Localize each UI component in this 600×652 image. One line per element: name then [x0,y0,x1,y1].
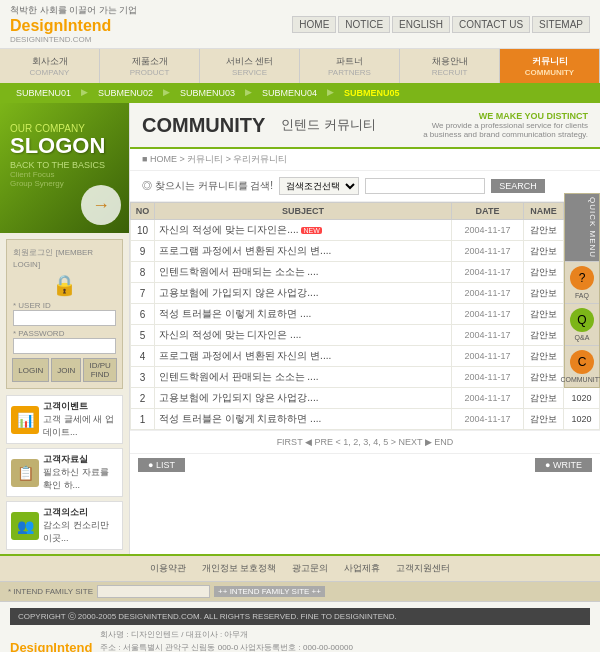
cell-date: 2004-11-17 [452,283,524,304]
table-buttons: ● LIST ● WRITE [130,453,600,476]
table-row[interactable]: 2 고용보험에 가입되지 않은 사업강.... 2004-11-17 감안보 1… [131,388,600,409]
cell-subject[interactable]: 고용보험에 가입되지 않은 사업강.... [155,388,452,409]
password-input[interactable] [13,338,116,354]
search-button[interactable]: SEARCH [491,179,545,193]
cell-subject[interactable]: 고용보험에 가입되지 않은 사업강.... [155,283,452,304]
sub-nav-2[interactable]: SUBMENU02 [90,87,161,99]
quick-qa[interactable]: Q Q&A [565,303,599,345]
col-name: NAME [524,203,564,220]
password-label: * PASSWORD [13,329,116,338]
search-select[interactable]: 검색조건선택 [279,177,359,195]
sidemenu-archive[interactable]: 📋 고객자료실 필요하신 자료를 확인 하... [6,448,123,497]
archive-icon: 📋 [11,459,39,487]
col-date: DATE [452,203,524,220]
sub-nav-4[interactable]: SUBMENU04 [254,87,325,99]
footer-link-privacy[interactable]: 개인정보 보호정책 [202,562,277,575]
table-row[interactable]: 1 적성 트러블은 이렇게 치료하하면 .... 2004-11-17 감안보 … [131,409,600,430]
table-row[interactable]: 7 고용보험에 가입되지 않은 사업강.... 2004-11-17 감안보 1… [131,283,600,304]
find-button[interactable]: ID/PU FIND [83,358,116,382]
cell-date: 2004-11-17 [452,304,524,325]
family-input[interactable] [97,585,210,598]
family-label: * INTEND FAMILY SITE [8,587,93,596]
quick-menu-title: QUICK MENU [565,194,599,261]
top-nav: HOME NOTICE ENGLISH CONTACT US SITEMAP [292,16,590,33]
cell-date: 2004-11-17 [452,241,524,262]
cell-name: 감안보 [524,262,564,283]
login-title: 회원로그인 [MEMBER LOGIN] [13,246,116,269]
nav-partners[interactable]: 파트너 PARTNERS [300,49,400,83]
table-row[interactable]: 3 인텐드학원에서 판매되는 소소는 .... 2004-11-17 감안보 1… [131,367,600,388]
page-desc: WE MAKE YOU DISTINCT We provide a profes… [423,111,588,139]
cell-date: 2004-11-17 [452,262,524,283]
sidemenu-voice[interactable]: 👥 고객의소리 감소의 컨소리만 이곳... [6,501,123,550]
nav-recruit[interactable]: 채용안내 RECRUIT [400,49,500,83]
pagination: FIRST ◀ PRE < 1, 2, 3, 4, 5 > NEXT ▶ END [130,430,600,453]
top-nav-notice[interactable]: NOTICE [338,16,390,33]
cell-subject[interactable]: 적성 트러블은 이렇게 치료하하면 .... [155,409,452,430]
cell-subject[interactable]: 적성 트러블은 이렇게 치료하면 .... [155,304,452,325]
footer-link-support[interactable]: 고객지원센터 [396,562,450,575]
table-row[interactable]: 8 인텐드학원에서 판매되는 소소는 .... 2004-11-17 감안보 1… [131,262,600,283]
top-nav-english[interactable]: ENGLISH [392,16,450,33]
cell-subject[interactable]: 인텐드학원에서 판매되는 소소는 .... [155,367,452,388]
write-button[interactable]: ● WRITE [535,458,592,472]
search-input[interactable] [365,178,485,194]
sub-nav-1[interactable]: SUBMENU01 [8,87,79,99]
nav-product[interactable]: 제품소개 PRODUCT [100,49,200,83]
search-bar: ◎ 찾으시는 커뮤니티를 검색! 검색조건선택 SEARCH [130,171,600,202]
sub-nav: SUBMENU01 ▶ SUBMENU02 ▶ SUBMENU03 ▶ SUBM… [0,83,600,103]
quick-community[interactable]: C COMMUNITY [565,345,599,387]
cell-date: 2004-11-17 [452,325,524,346]
nav-company[interactable]: 회사소개 COMPANY [0,49,100,83]
hero-line2: SLOGON [10,134,119,158]
list-button[interactable]: ● LIST [138,458,185,472]
cell-subject[interactable]: 프로그램 과정에서 변환된 자신의 변.... [155,241,452,262]
cell-subject[interactable]: 자신의 적성에 맞는 디자인은....NEW [155,220,452,241]
cell-no: 1 [131,409,155,430]
nav-community[interactable]: 커뮤니티 COMMUNITY [500,49,600,83]
cell-no: 9 [131,241,155,262]
family-button[interactable]: ++ INTEND FAMILY SITE ++ [214,586,325,597]
quick-faq[interactable]: ? FAQ [565,261,599,303]
hero-banner: OUR COMPANY SLOGON BACK TO THE BASICS Cl… [0,103,129,233]
search-label: ◎ 찾으시는 커뮤니티를 검색! [142,179,273,193]
cell-subject[interactable]: 자신의 적성에 맞는 디자인은 .... [155,325,452,346]
cell-subject[interactable]: 프로그램 과정에서 변환된 자신의 변.... [155,346,452,367]
copyright: COPYRIGHT ⓒ 2000-2005 DESIGNINTEND.COM. … [18,611,397,622]
login-button[interactable]: LOGIN [12,358,49,382]
join-button[interactable]: JOIN [51,358,81,382]
brand: DesignIntend [10,17,137,35]
footer-link-ad[interactable]: 광고문의 [292,562,328,575]
cell-date: 2004-11-17 [452,346,524,367]
table-row[interactable]: 9 프로그램 과정에서 변환된 자신의 변.... 2004-11-17 감안보… [131,241,600,262]
cell-subject[interactable]: 인텐드학원에서 판매되는 소소는 .... [155,262,452,283]
sidebar: OUR COMPANY SLOGON BACK TO THE BASICS Cl… [0,103,130,554]
top-bar: 척박한 사회를 이끌어 가는 기업 DesignIntend DESIGNINT… [0,0,600,49]
sidemenu-events[interactable]: 📊 고객이벤트 고객 글세에 새 업데이트... [6,395,123,444]
cell-no: 7 [131,283,155,304]
footer-link-biz[interactable]: 사업제휴 [344,562,380,575]
table-row[interactable]: 5 자신의 적성에 맞는 디자인은 .... 2004-11-17 감안보 10… [131,325,600,346]
qa-icon: Q [570,308,594,332]
sub-nav-5[interactable]: SUBMENU05 [336,87,408,99]
sub-nav-3[interactable]: SUBMENU03 [172,87,243,99]
table-row[interactable]: 4 프로그램 과정에서 변환된 자신의 변.... 2004-11-17 감안보… [131,346,600,367]
cell-name: 감안보 [524,346,564,367]
table-row[interactable]: 10 자신의 적성에 맞는 디자인은....NEW 2004-11-17 감안보… [131,220,600,241]
table-row[interactable]: 6 적성 트러블은 이렇게 치료하면 .... 2004-11-17 감안보 1… [131,304,600,325]
page-subtitle: 인텐드 커뮤니티 [281,116,423,134]
cell-hit: 1020 [564,388,600,409]
faq-icon: ? [570,266,594,290]
brand-prefix: Design [10,17,63,34]
cell-no: 5 [131,325,155,346]
footer-link-terms[interactable]: 이용약관 [150,562,186,575]
nav-service[interactable]: 서비스 센터 SERVICE [200,49,300,83]
login-box: 회원로그인 [MEMBER LOGIN] 🔒 * USER ID * PASSW… [6,239,123,389]
userid-input[interactable] [13,310,116,326]
top-nav-home[interactable]: HOME [292,16,336,33]
top-nav-contact[interactable]: CONTACT US [452,16,530,33]
cell-no: 8 [131,262,155,283]
cell-date: 2004-11-17 [452,220,524,241]
col-subject: SUBJECT [155,203,452,220]
top-nav-sitemap[interactable]: SITEMAP [532,16,590,33]
